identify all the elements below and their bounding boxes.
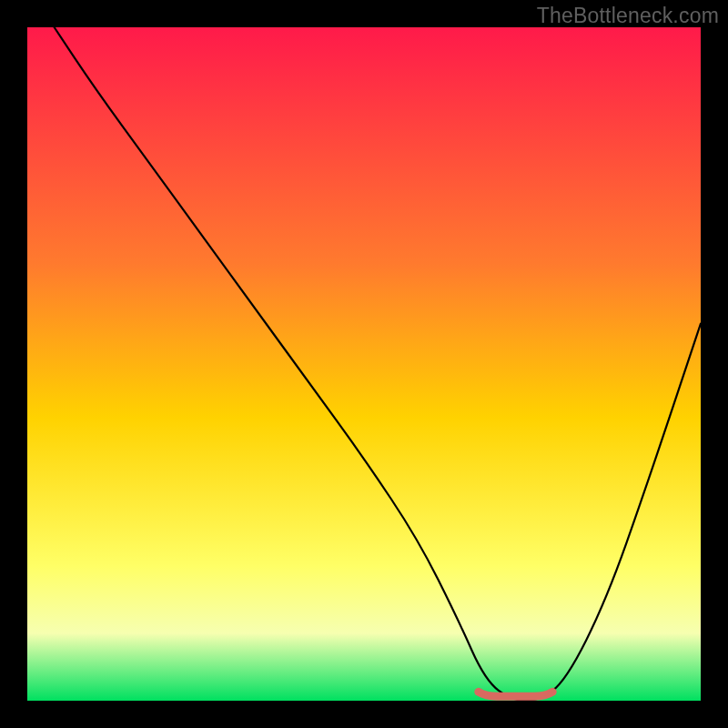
chart-frame <box>27 27 701 701</box>
optimal-range-marker <box>479 692 552 696</box>
bottleneck-chart <box>27 27 701 701</box>
watermark-text: TheBottleneck.com <box>537 4 719 28</box>
gradient-background <box>27 27 701 701</box>
